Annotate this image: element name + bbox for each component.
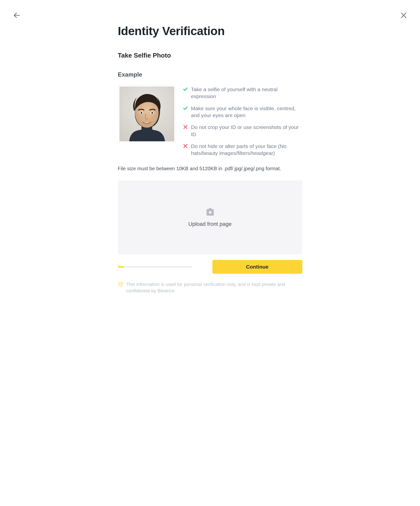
progress-fill <box>118 266 124 268</box>
upload-label: Upload front page <box>188 221 232 227</box>
modal-content: Identity Verification Take Selfie Photo … <box>115 24 305 294</box>
upload-dropzone[interactable]: Upload front page <box>118 180 302 254</box>
rules-list: Take a selfie of yourself with a neutral… <box>183 85 302 157</box>
rule-item: Take a selfie of yourself with a neutral… <box>183 86 302 100</box>
example-row: Take a selfie of yourself with a neutral… <box>118 85 302 157</box>
file-size-note: File size must be between 10KB and 5120K… <box>118 166 302 171</box>
page-title: Identity Verification <box>118 24 302 38</box>
progress-bar <box>118 266 192 268</box>
rule-item: Do not crop your ID or use screenshots o… <box>183 124 302 138</box>
disclaimer-text: This information is used for personal ve… <box>126 281 302 294</box>
close-icon <box>400 11 408 19</box>
shield-check-icon <box>118 282 123 287</box>
rule-text: Do not hide or alter parts of your face … <box>191 143 302 157</box>
camera-icon <box>205 208 215 216</box>
arrow-left-icon <box>13 11 21 19</box>
example-selfie-image <box>119 86 174 141</box>
svg-point-13 <box>209 211 211 213</box>
svg-point-8 <box>151 112 153 114</box>
rule-text: Take a selfie of yourself with a neutral… <box>191 86 302 100</box>
identity-verification-modal: Identity Verification Take Selfie Photo … <box>0 0 420 506</box>
close-button[interactable] <box>399 10 409 20</box>
example-label: Example <box>118 71 302 78</box>
check-icon <box>183 86 188 92</box>
example-selfie-frame <box>118 85 176 143</box>
x-icon <box>183 143 188 149</box>
rule-item: Do not hide or alter parts of your face … <box>183 143 302 157</box>
footer-row: Continue <box>118 260 302 274</box>
x-icon <box>183 124 188 130</box>
modal-header <box>0 10 420 20</box>
rule-text: Do not crop your ID or use screenshots o… <box>191 124 302 138</box>
disclaimer-row: This information is used for personal ve… <box>118 281 302 294</box>
rule-text: Make sure your whole face is visible, ce… <box>191 105 302 119</box>
rule-item: Make sure your whole face is visible, ce… <box>183 105 302 119</box>
check-icon <box>183 105 188 111</box>
back-button[interactable] <box>12 10 22 20</box>
continue-button[interactable]: Continue <box>212 260 302 274</box>
svg-point-6 <box>140 112 142 114</box>
page-subtitle: Take Selfie Photo <box>118 52 302 59</box>
